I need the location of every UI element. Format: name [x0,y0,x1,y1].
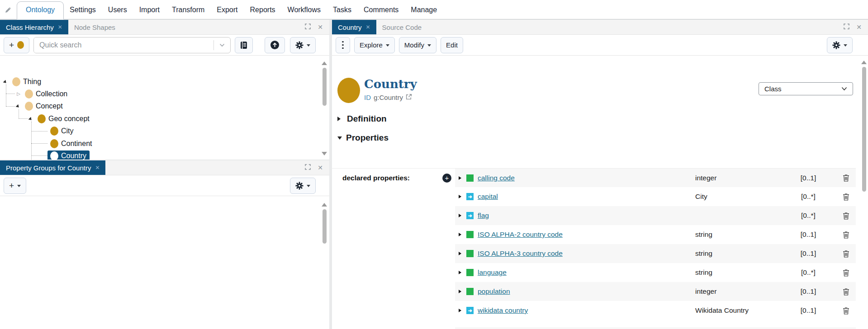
property-cardinality: [0..*] [788,212,829,220]
property-link[interactable]: ISO ALPHA-2 country code [478,230,695,239]
datatype-property-icon [466,269,474,276]
delete-property-button[interactable] [829,250,852,258]
properties-section-header[interactable]: Properties [337,133,389,143]
menu-item-users[interactable]: Users [108,2,127,19]
menu-item-ontology[interactable]: Ontology [17,1,64,19]
property-link[interactable]: population [478,287,695,296]
delete-property-button[interactable] [829,288,852,296]
tab-node-shapes[interactable]: Node Shapes [68,20,121,34]
add-property-group-button[interactable]: + [4,178,26,194]
menu-item-transform[interactable]: Transform [172,2,204,19]
external-link-icon[interactable] [406,94,412,102]
delete-property-button[interactable] [829,307,852,315]
definition-section-header[interactable]: Definition [337,114,387,124]
tab-label: Property Groups for Country [6,164,91,172]
tree-settings-button[interactable] [290,37,316,53]
menu-item-tasks[interactable]: Tasks [333,2,351,19]
more-actions-button[interactable] [336,37,350,53]
tab-source-code[interactable]: Source Code [376,20,428,34]
expand-property-icon[interactable] [459,214,463,217]
tab-property-groups[interactable]: Property Groups for Country ✕ [0,160,105,175]
property-link[interactable]: flag [478,212,695,220]
delete-property-button[interactable] [829,212,852,220]
detail-scrollbar[interactable] [860,58,868,325]
modify-button[interactable]: Modify [399,37,436,53]
tab-class-hierarchy[interactable]: Class Hierarchy ✕ [0,20,68,34]
class-icon [17,41,24,49]
add-class-button[interactable]: + [4,37,29,53]
go-to-parent-button[interactable] [265,37,285,53]
property-link[interactable]: capital [478,193,695,201]
close-panel-icon[interactable]: ✕ [318,24,323,31]
search-input[interactable] [34,38,213,53]
tree-item-country[interactable]: Country [0,150,319,160]
menu-item-workflows[interactable]: Workflows [288,2,321,19]
expand-property-icon[interactable] [459,309,463,312]
edit-button[interactable]: Edit [441,37,463,53]
property-link[interactable]: ISO ALPHA-3 country code [478,249,695,258]
maximize-panel-icon[interactable] [305,164,311,172]
expanded-caret-icon[interactable] [16,104,22,110]
tree-item-city[interactable]: City [0,125,319,137]
menu-item-export[interactable]: Export [217,2,237,19]
add-property-button[interactable]: + [442,174,451,183]
glossary-button[interactable] [235,37,253,53]
chevron-down-icon [386,44,389,48]
datatype-property-icon [466,288,474,295]
scroll-up-icon [322,59,327,65]
datatype-property-icon [466,250,474,257]
expand-property-icon[interactable] [459,176,463,180]
tree-item-concept[interactable]: Concept [0,100,319,113]
tree-item-thing[interactable]: Thing [0,75,319,88]
expand-property-icon[interactable] [459,271,463,274]
close-panel-icon[interactable]: ✕ [318,164,323,171]
close-panel-icon[interactable]: ✕ [856,24,862,31]
close-tab-icon[interactable]: ✕ [58,24,62,30]
delete-property-button[interactable] [829,174,852,182]
search-options-chevron-icon[interactable] [214,43,230,47]
menu-item-manage[interactable]: Manage [411,2,437,19]
expand-property-icon[interactable] [459,290,463,293]
tree-item-geo-concept[interactable]: Geo concept [0,113,319,125]
group-settings-button[interactable] [290,178,316,194]
object-property-icon: ➜ [466,307,474,314]
property-link[interactable]: wikidata country [478,306,695,315]
expand-property-icon[interactable] [459,195,463,198]
tree-item-collection[interactable]: ▷Collection [0,88,319,100]
tab-label: Source Code [382,24,422,31]
menu-item-import[interactable]: Import [139,2,160,19]
expand-property-icon[interactable] [459,233,463,236]
delete-property-button[interactable] [829,193,852,201]
property-groups-tabbar: Property Groups for Country ✕ ✕ [0,160,329,175]
tree-item-continent[interactable]: Continent [0,137,319,150]
property-groups-scrollbar[interactable] [321,200,328,291]
property-row-broader-concept-must-be-asymmetric: inherited properties:"broader concept" m… [332,327,856,329]
delete-property-button[interactable] [829,231,852,239]
tab-country[interactable]: Country ✕ [332,20,376,34]
property-link[interactable]: language [478,268,695,277]
detail-tabbar: Country ✕ Source Code ✕ [332,20,868,35]
collapsed-caret-icon[interactable]: ▷ [15,90,22,98]
maximize-panel-icon[interactable] [305,23,311,31]
class-tree-scrollbar[interactable] [321,59,328,158]
detail-settings-button[interactable] [827,37,853,53]
maximize-panel-icon[interactable] [844,23,849,31]
property-cardinality: [0..1] [788,249,829,258]
delete-property-button[interactable] [829,269,852,277]
kebab-menu-icon [342,41,344,49]
property-link[interactable]: calling code [478,174,695,182]
property-cardinality: [0..1] [788,174,829,182]
menu-item-settings[interactable]: Settings [70,2,96,19]
scroll-up-icon [322,200,327,207]
close-tab-icon[interactable]: ✕ [366,24,370,30]
property-row-flag: ➜flag[0..*] [332,206,856,225]
arrow-up-circle-icon [270,40,280,50]
menu-item-comments[interactable]: Comments [364,2,398,19]
menu-item-reports[interactable]: Reports [250,2,275,19]
explore-button[interactable]: Explore [354,37,395,53]
expanded-caret-icon[interactable] [3,80,9,85]
close-tab-icon[interactable]: ✕ [95,164,100,171]
expanded-caret-icon[interactable] [28,117,34,122]
class-type-select[interactable]: Class [759,82,853,95]
expand-property-icon[interactable] [459,252,463,255]
